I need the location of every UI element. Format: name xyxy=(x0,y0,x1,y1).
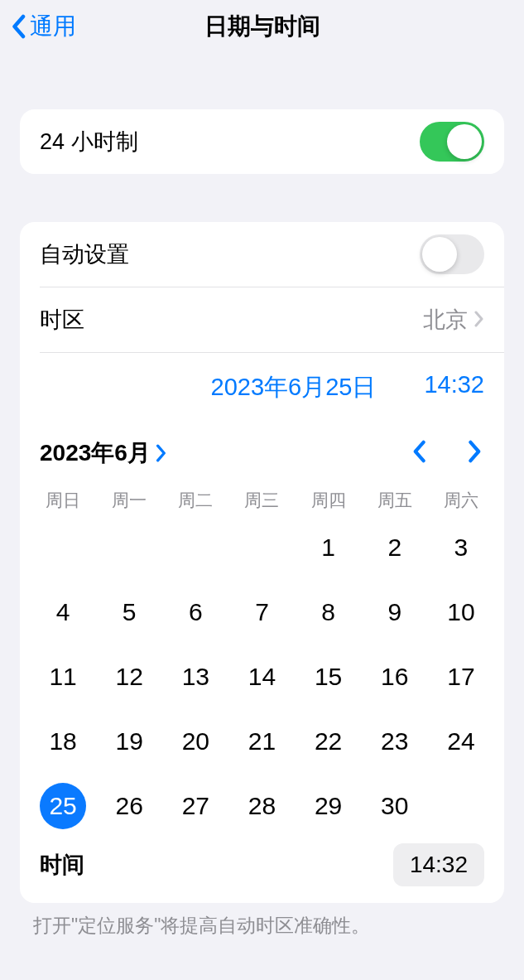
row-auto: 自动设置 xyxy=(20,222,504,287)
switch-24hour[interactable] xyxy=(420,122,484,162)
calendar-day[interactable]: 16 xyxy=(362,644,428,709)
weekday-label: 周四 xyxy=(296,489,362,515)
value-timezone: 北京 xyxy=(423,305,468,335)
calendar-day[interactable]: 3 xyxy=(428,515,494,580)
row-24hour: 24 小时制 xyxy=(20,109,504,174)
weekday-label: 周二 xyxy=(162,489,228,515)
calendar-empty xyxy=(96,515,162,580)
calendar-day[interactable]: 17 xyxy=(428,644,494,709)
label-auto: 自动设置 xyxy=(40,239,129,269)
weekday-label: 周日 xyxy=(30,489,96,515)
month-picker[interactable]: 2023年6月 xyxy=(40,437,167,469)
calendar-day[interactable]: 30 xyxy=(362,774,428,838)
calendar-empty xyxy=(428,774,494,838)
row-time: 时间 14:32 xyxy=(20,843,504,903)
summary-date[interactable]: 2023年6月25日 xyxy=(211,371,377,404)
page-title: 日期与时间 xyxy=(0,11,524,42)
calendar-day[interactable]: 20 xyxy=(162,709,228,774)
calendar-empty xyxy=(30,515,96,580)
calendar-day[interactable]: 9 xyxy=(362,580,428,644)
calendar-day[interactable]: 22 xyxy=(296,709,362,774)
calendar-day[interactable]: 6 xyxy=(162,580,228,644)
row-timezone[interactable]: 时区 北京 xyxy=(20,287,504,352)
prev-month-button[interactable] xyxy=(411,440,426,466)
calendar-empty xyxy=(228,515,295,580)
footer-note: 打开"定位服务"将提高自动时区准确性。 xyxy=(0,903,524,939)
label-24hour: 24 小时制 xyxy=(40,127,138,157)
calendar-day[interactable]: 26 xyxy=(96,774,162,838)
label-timezone: 时区 xyxy=(40,305,84,335)
month-label: 2023年6月 xyxy=(40,437,151,469)
chevron-right-icon xyxy=(474,307,484,333)
calendar-day[interactable]: 13 xyxy=(162,644,228,709)
calendar-day[interactable]: 14 xyxy=(228,644,295,709)
summary-time[interactable]: 14:32 xyxy=(424,371,484,404)
time-picker[interactable]: 14:32 xyxy=(393,843,484,886)
back-button[interactable]: 通用 xyxy=(10,11,76,42)
switch-auto[interactable] xyxy=(420,234,484,274)
calendar-day[interactable]: 27 xyxy=(162,774,228,838)
calendar-day[interactable]: 29 xyxy=(296,774,362,838)
calendar-day[interactable]: 25 xyxy=(30,774,96,838)
date-time-summary: 2023年6月25日 14:32 xyxy=(20,353,504,422)
chevron-right-icon xyxy=(156,444,167,462)
chevron-left-icon xyxy=(10,14,26,39)
calendar-day[interactable]: 11 xyxy=(30,644,96,709)
calendar-day[interactable]: 24 xyxy=(428,709,494,774)
calendar-day[interactable]: 7 xyxy=(228,580,295,644)
calendar-day[interactable]: 5 xyxy=(96,580,162,644)
weekday-label: 周六 xyxy=(428,489,494,515)
calendar-day[interactable]: 2 xyxy=(362,515,428,580)
calendar-day[interactable]: 8 xyxy=(296,580,362,644)
calendar-empty xyxy=(162,515,228,580)
calendar-day[interactable]: 21 xyxy=(228,709,295,774)
calendar-day[interactable]: 12 xyxy=(96,644,162,709)
calendar-day[interactable]: 10 xyxy=(428,580,494,644)
calendar-day[interactable]: 23 xyxy=(362,709,428,774)
weekday-label: 周一 xyxy=(96,489,162,515)
weekday-label: 周五 xyxy=(362,489,428,515)
calendar-day[interactable]: 28 xyxy=(228,774,295,838)
label-time: 时间 xyxy=(40,850,84,880)
calendar-day[interactable]: 4 xyxy=(30,580,96,644)
weekday-label: 周三 xyxy=(228,489,295,515)
calendar-day[interactable]: 1 xyxy=(296,515,362,580)
calendar-day[interactable]: 15 xyxy=(296,644,362,709)
back-label: 通用 xyxy=(30,11,76,42)
calendar-day[interactable]: 19 xyxy=(96,709,162,774)
calendar-day[interactable]: 18 xyxy=(30,709,96,774)
next-month-button[interactable] xyxy=(468,440,483,466)
